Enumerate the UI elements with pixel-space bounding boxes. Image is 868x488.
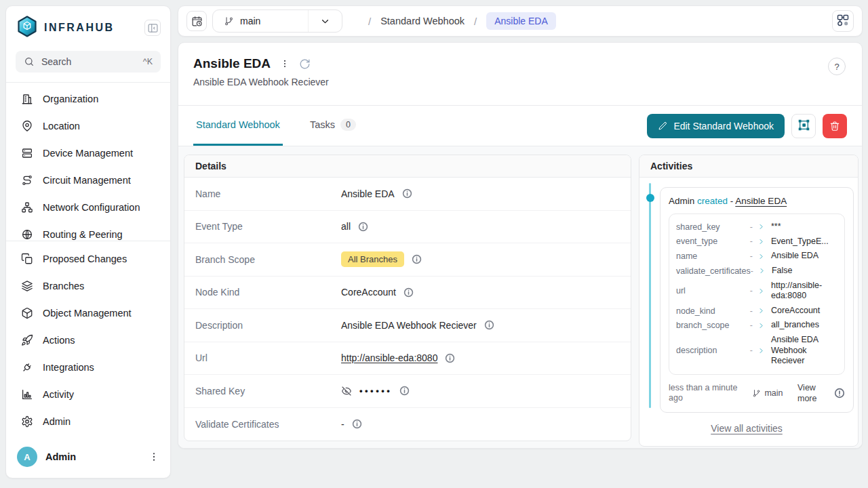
- detail-row-validate-certificates: Validate Certificates -: [184, 408, 631, 441]
- user-menu[interactable]: A Admin: [6, 439, 170, 478]
- tab-label: Standard Webhook: [196, 119, 280, 130]
- activity-changes: shared_key - *** event_type - Event_Type…: [669, 214, 845, 375]
- info-icon[interactable]: [412, 254, 422, 264]
- schema-button[interactable]: [832, 10, 854, 32]
- sidebar-item-admin[interactable]: Admin: [14, 408, 162, 435]
- sidebar-item-object-management[interactable]: Object Management: [14, 300, 162, 327]
- eye-off-icon[interactable]: [341, 386, 352, 396]
- sidebar-item-activity[interactable]: Activity: [14, 381, 162, 408]
- search-icon: [24, 56, 35, 67]
- title-kebab-menu-icon[interactable]: [280, 59, 290, 68]
- chevron-right-icon: [757, 287, 765, 295]
- kebab-menu-icon[interactable]: [149, 451, 159, 462]
- info-icon[interactable]: [402, 188, 412, 199]
- sidebar-item-branches[interactable]: Branches: [14, 272, 162, 300]
- detail-row-event-type: Event Type all: [184, 211, 631, 244]
- sidebar-item-label: Network Configuration: [43, 202, 140, 213]
- sidebar-item-network-configuration[interactable]: Network Configuration: [14, 194, 162, 221]
- detail-label: Validate Certificates: [195, 419, 341, 430]
- sidebar-item-label: Admin: [43, 416, 71, 427]
- avatar: A: [17, 447, 37, 467]
- breadcrumb: / Standard Webhook / Ansible EDA: [368, 12, 556, 30]
- change-row: description - Ansible EDA Webhook Reciev…: [676, 333, 837, 369]
- change-row: branch_scope - all_branches: [676, 318, 837, 333]
- detail-label: Name: [195, 188, 341, 199]
- sidebar-item-label: Actions: [43, 335, 75, 346]
- sidebar-item-label: Location: [43, 121, 80, 131]
- route-icon: [21, 174, 33, 186]
- help-button[interactable]: ?: [828, 58, 846, 75]
- timeline-line: [649, 183, 651, 408]
- detail-value: Ansible EDA: [341, 188, 395, 199]
- activity-actor: Admin: [669, 196, 694, 206]
- sidebar-item-device-management[interactable]: Device Management: [14, 140, 162, 167]
- sidebar-item-location[interactable]: Location: [14, 113, 162, 140]
- change-row: validate_certificates - False: [676, 264, 837, 279]
- branch-current: main: [213, 10, 308, 32]
- sidebar-item-label: Integrations: [43, 362, 94, 373]
- search-input[interactable]: Search ^K: [16, 51, 161, 73]
- page-subtitle: Ansible EDA Webhook Reciever: [193, 77, 847, 87]
- sidebar-item-actions[interactable]: Actions: [14, 327, 162, 354]
- refresh-icon[interactable]: [299, 58, 311, 70]
- group-select-icon: [797, 119, 810, 134]
- pencil-icon: [658, 121, 667, 131]
- sidebar-item-proposed-changes[interactable]: Proposed Changes: [14, 245, 162, 272]
- branch-dropdown-toggle[interactable]: [308, 10, 342, 32]
- activity-entry: Admin created - Ansible EDA shared_key -…: [660, 187, 854, 413]
- git-branch-icon: [224, 16, 234, 26]
- sidebar-item-label: Routing & Peering: [43, 229, 123, 240]
- breadcrumb-current[interactable]: Ansible EDA: [486, 12, 556, 30]
- view-more-link[interactable]: View more: [797, 382, 829, 405]
- building-icon: [21, 93, 33, 105]
- details-title: Details: [184, 155, 631, 178]
- detail-value: Ansible EDA Webhook Reciever: [341, 320, 477, 331]
- timeline-dot: [646, 194, 654, 202]
- branch-selector[interactable]: main: [212, 9, 342, 33]
- breadcrumb-parent[interactable]: Standard Webhook: [380, 16, 465, 26]
- info-icon[interactable]: [403, 287, 414, 298]
- tab-tasks[interactable]: Tasks 0: [307, 106, 359, 146]
- time-travel-button[interactable]: [186, 11, 207, 31]
- sidebar-item-label: Proposed Changes: [43, 253, 127, 264]
- chevron-right-icon: [757, 307, 765, 314]
- manage-groups-button[interactable]: [791, 114, 816, 138]
- sidebar-menu-primary: Organization Location Device Management …: [6, 82, 170, 241]
- detail-value: -: [341, 419, 344, 430]
- info-icon[interactable]: [484, 320, 494, 330]
- content-area: Details Name Ansible EDA Event Type all …: [178, 146, 862, 448]
- breadcrumb-separator: /: [368, 16, 371, 27]
- activity-entry-title: Admin created - Ansible EDA: [669, 196, 845, 206]
- sidebar-item-circuit-management[interactable]: Circuit Management: [14, 167, 162, 194]
- sidebar-item-label: Circuit Management: [43, 175, 131, 186]
- detail-value: all: [341, 221, 351, 232]
- change-row: node_kind - CoreAccount: [676, 304, 837, 319]
- info-icon[interactable]: [399, 386, 410, 396]
- activity-branch-name: main: [764, 388, 783, 398]
- sidebar-collapse-button[interactable]: [144, 20, 161, 36]
- info-icon[interactable]: [445, 353, 455, 363]
- activities-panel: Activities Admin created - Ansible EDA s…: [639, 155, 859, 447]
- activity-target-link[interactable]: Ansible EDA: [735, 196, 787, 206]
- sidebar-item-integrations[interactable]: Integrations: [14, 354, 162, 381]
- info-icon[interactable]: [834, 388, 845, 399]
- sidebar-item-routing-peering[interactable]: Routing & Peering: [14, 221, 162, 241]
- info-icon[interactable]: [352, 419, 362, 429]
- url-link[interactable]: http://ansible-eda:8080: [341, 352, 437, 363]
- activity-action: created: [697, 196, 728, 206]
- page-title: Ansible EDA: [193, 56, 271, 71]
- panel-collapse-icon: [147, 22, 159, 34]
- topbar: main / Standard Webhook / Ansible EDA: [178, 5, 863, 37]
- sidebar-item-label: Device Management: [43, 148, 133, 159]
- sidebar-item-organization[interactable]: Organization: [14, 85, 162, 113]
- bar-chart-icon: [21, 388, 33, 401]
- info-icon[interactable]: [358, 222, 368, 232]
- tab-standard-webhook[interactable]: Standard Webhook: [193, 106, 283, 146]
- sidebar-item-label: Object Management: [43, 308, 132, 319]
- chevron-right-icon: [758, 267, 766, 274]
- tab-badge: 0: [340, 119, 356, 131]
- edit-webhook-button[interactable]: Edit Standard Webhook: [647, 114, 785, 138]
- activity-dash: -: [730, 196, 734, 206]
- delete-button[interactable]: [823, 114, 847, 138]
- view-all-activities-link[interactable]: View all activities: [639, 423, 854, 434]
